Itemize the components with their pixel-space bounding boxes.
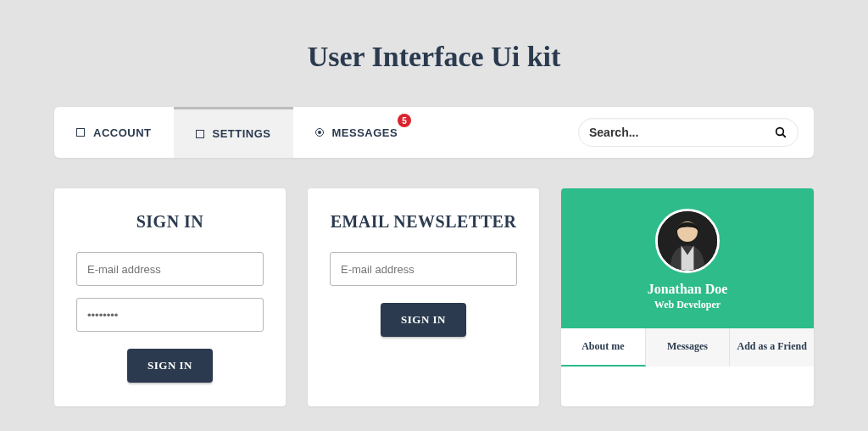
avatar <box>655 209 720 273</box>
signin-button[interactable]: SIGN IN <box>127 349 213 383</box>
signin-title: SIGN IN <box>76 212 264 232</box>
square-icon <box>196 130 204 138</box>
tab-messages[interactable]: MESSAGES 5 <box>293 107 420 158</box>
signin-card: SIGN IN SIGN IN <box>54 188 286 406</box>
newsletter-email-input[interactable] <box>330 252 517 286</box>
svg-line-1 <box>782 134 785 137</box>
tab-spacer <box>420 107 563 158</box>
tab-settings-label: SETTINGS <box>213 127 271 140</box>
signin-email-input[interactable] <box>76 252 264 286</box>
profile-tab-addfriend[interactable]: Add as a Friend <box>730 328 814 367</box>
cards-row: SIGN IN SIGN IN EMAIL NEWSLETTER SIGN IN… <box>54 188 814 406</box>
search-icon[interactable] <box>774 126 787 139</box>
profile-tab-about[interactable]: About me <box>561 328 646 367</box>
profile-tab-messages[interactable]: Messages <box>646 328 731 367</box>
search-input[interactable] <box>589 126 774 139</box>
newsletter-card: EMAIL NEWSLETTER SIGN IN <box>308 188 539 406</box>
profile-name: Jonathan Doe <box>561 282 814 297</box>
tab-messages-label: MESSAGES <box>332 126 398 139</box>
messages-badge: 5 <box>398 114 411 127</box>
newsletter-button[interactable]: SIGN IN <box>381 303 466 337</box>
radio-icon <box>315 128 324 137</box>
page-title: User Interface Ui kit <box>0 0 868 107</box>
profile-header: Jonathan Doe Web Developer <box>561 188 814 328</box>
profile-role: Web Developer <box>561 299 814 311</box>
tab-account-label: ACCOUNT <box>93 126 152 139</box>
square-icon <box>76 128 85 137</box>
profile-tabs: About me Messages Add as a Friend <box>561 328 814 367</box>
newsletter-title: EMAIL NEWSLETTER <box>330 212 517 232</box>
tab-bar: ACCOUNT SETTINGS MESSAGES 5 <box>54 107 814 158</box>
search-box[interactable] <box>578 118 798 147</box>
signin-password-input[interactable] <box>76 298 264 332</box>
search-wrap <box>563 107 814 158</box>
profile-card: Jonathan Doe Web Developer About me Mess… <box>561 188 814 406</box>
tab-account[interactable]: ACCOUNT <box>54 107 174 158</box>
tab-settings[interactable]: SETTINGS <box>174 107 293 158</box>
